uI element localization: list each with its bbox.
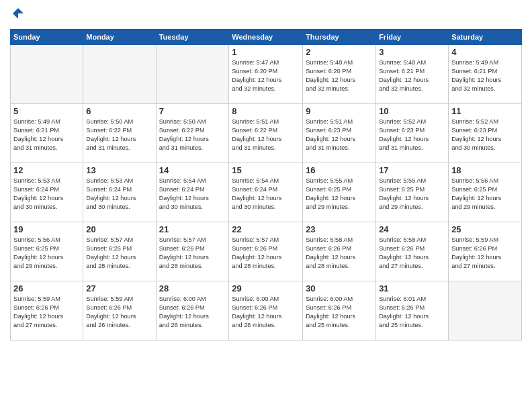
weekday-header-row: SundayMondayTuesdayWednesdayThursdayFrid… — [11, 30, 522, 45]
day-info: Sunrise: 5:53 AM Sunset: 6:24 PM Dayligh… — [13, 177, 80, 212]
day-info: Sunrise: 5:57 AM Sunset: 6:26 PM Dayligh… — [232, 236, 300, 271]
day-cell: 1Sunrise: 5:47 AM Sunset: 6:20 PM Daylig… — [229, 45, 303, 104]
day-number: 1 — [232, 47, 300, 57]
day-number: 10 — [379, 106, 445, 116]
day-info: Sunrise: 5:50 AM Sunset: 6:22 PM Dayligh… — [159, 118, 226, 152]
week-row-1: 5Sunrise: 5:49 AM Sunset: 6:21 PM Daylig… — [11, 104, 522, 163]
day-info: Sunrise: 5:59 AM Sunset: 6:26 PM Dayligh… — [13, 295, 80, 330]
day-number: 19 — [13, 224, 80, 234]
day-cell: 25Sunrise: 5:59 AM Sunset: 6:26 PM Dayli… — [449, 222, 522, 281]
calendar-table: SundayMondayTuesdayWednesdayThursdayFrid… — [10, 29, 522, 340]
weekday-friday: Friday — [376, 30, 449, 45]
weekday-tuesday: Tuesday — [156, 30, 229, 45]
day-cell: 21Sunrise: 5:57 AM Sunset: 6:26 PM Dayli… — [156, 222, 229, 281]
day-cell: 6Sunrise: 5:50 AM Sunset: 6:22 PM Daylig… — [83, 104, 156, 163]
day-number: 22 — [232, 224, 300, 234]
day-number: 4 — [451, 47, 519, 57]
weekday-wednesday: Wednesday — [229, 30, 303, 45]
day-cell: 19Sunrise: 5:56 AM Sunset: 6:25 PM Dayli… — [11, 222, 83, 281]
day-info: Sunrise: 6:00 AM Sunset: 6:26 PM Dayligh… — [232, 295, 300, 330]
day-cell — [156, 45, 229, 104]
day-number: 9 — [306, 106, 373, 116]
day-number: 11 — [451, 106, 519, 116]
day-cell: 7Sunrise: 5:50 AM Sunset: 6:22 PM Daylig… — [156, 104, 229, 163]
day-cell: 8Sunrise: 5:51 AM Sunset: 6:22 PM Daylig… — [229, 104, 303, 163]
day-cell: 26Sunrise: 5:59 AM Sunset: 6:26 PM Dayli… — [11, 281, 83, 340]
day-cell: 9Sunrise: 5:51 AM Sunset: 6:23 PM Daylig… — [303, 104, 376, 163]
weekday-saturday: Saturday — [449, 30, 522, 45]
page-header — [10, 7, 522, 24]
calendar-page: SundayMondayTuesdayWednesdayThursdayFrid… — [0, 0, 532, 411]
day-info: Sunrise: 5:47 AM Sunset: 6:20 PM Dayligh… — [232, 58, 300, 93]
day-number: 15 — [232, 165, 300, 175]
day-cell: 23Sunrise: 5:58 AM Sunset: 6:26 PM Dayli… — [303, 222, 376, 281]
day-cell: 3Sunrise: 5:48 AM Sunset: 6:21 PM Daylig… — [376, 45, 449, 104]
day-info: Sunrise: 5:56 AM Sunset: 6:25 PM Dayligh… — [451, 177, 519, 212]
logo — [10, 7, 25, 24]
day-info: Sunrise: 5:48 AM Sunset: 6:21 PM Dayligh… — [379, 58, 445, 93]
svg-marker-0 — [13, 8, 24, 19]
day-cell: 13Sunrise: 5:53 AM Sunset: 6:24 PM Dayli… — [83, 163, 156, 222]
day-number: 24 — [379, 224, 445, 234]
day-number: 28 — [159, 283, 226, 293]
day-number: 20 — [86, 224, 152, 234]
day-number: 2 — [306, 47, 373, 57]
day-info: Sunrise: 6:00 AM Sunset: 6:26 PM Dayligh… — [159, 295, 226, 330]
day-cell: 17Sunrise: 5:55 AM Sunset: 6:25 PM Dayli… — [376, 163, 449, 222]
weekday-thursday: Thursday — [303, 30, 376, 45]
day-number: 8 — [232, 106, 300, 116]
day-number: 23 — [306, 224, 373, 234]
day-info: Sunrise: 5:59 AM Sunset: 6:26 PM Dayligh… — [451, 236, 519, 271]
day-info: Sunrise: 6:01 AM Sunset: 6:26 PM Dayligh… — [379, 295, 445, 330]
day-cell: 16Sunrise: 5:55 AM Sunset: 6:25 PM Dayli… — [303, 163, 376, 222]
day-info: Sunrise: 5:51 AM Sunset: 6:23 PM Dayligh… — [306, 118, 373, 152]
day-info: Sunrise: 5:56 AM Sunset: 6:25 PM Dayligh… — [13, 236, 80, 271]
day-cell: 2Sunrise: 5:48 AM Sunset: 6:20 PM Daylig… — [303, 45, 376, 104]
day-number: 17 — [379, 165, 445, 175]
day-info: Sunrise: 5:49 AM Sunset: 6:21 PM Dayligh… — [451, 58, 519, 93]
day-info: Sunrise: 6:00 AM Sunset: 6:26 PM Dayligh… — [306, 295, 373, 330]
logo-icon — [11, 7, 25, 20]
day-number: 31 — [379, 283, 445, 293]
logo-text — [10, 7, 25, 24]
day-cell: 5Sunrise: 5:49 AM Sunset: 6:21 PM Daylig… — [11, 104, 83, 163]
weekday-sunday: Sunday — [11, 30, 83, 45]
day-info: Sunrise: 5:54 AM Sunset: 6:24 PM Dayligh… — [159, 177, 226, 212]
day-number: 16 — [306, 165, 373, 175]
day-info: Sunrise: 5:53 AM Sunset: 6:24 PM Dayligh… — [86, 177, 152, 212]
week-row-3: 19Sunrise: 5:56 AM Sunset: 6:25 PM Dayli… — [11, 222, 522, 281]
day-info: Sunrise: 5:58 AM Sunset: 6:26 PM Dayligh… — [379, 236, 445, 271]
day-number: 5 — [13, 106, 80, 116]
day-number: 29 — [232, 283, 300, 293]
day-info: Sunrise: 5:54 AM Sunset: 6:24 PM Dayligh… — [232, 177, 300, 212]
day-info: Sunrise: 5:52 AM Sunset: 6:23 PM Dayligh… — [451, 118, 519, 152]
day-cell: 12Sunrise: 5:53 AM Sunset: 6:24 PM Dayli… — [11, 163, 83, 222]
day-info: Sunrise: 5:50 AM Sunset: 6:22 PM Dayligh… — [86, 118, 152, 152]
week-row-2: 12Sunrise: 5:53 AM Sunset: 6:24 PM Dayli… — [11, 163, 522, 222]
day-cell: 29Sunrise: 6:00 AM Sunset: 6:26 PM Dayli… — [229, 281, 303, 340]
day-number: 25 — [451, 224, 519, 234]
day-cell: 11Sunrise: 5:52 AM Sunset: 6:23 PM Dayli… — [449, 104, 522, 163]
day-info: Sunrise: 5:58 AM Sunset: 6:26 PM Dayligh… — [306, 236, 373, 271]
day-cell: 27Sunrise: 5:59 AM Sunset: 6:26 PM Dayli… — [83, 281, 156, 340]
day-cell: 18Sunrise: 5:56 AM Sunset: 6:25 PM Dayli… — [449, 163, 522, 222]
day-number: 30 — [306, 283, 373, 293]
day-number: 26 — [13, 283, 80, 293]
day-cell: 15Sunrise: 5:54 AM Sunset: 6:24 PM Dayli… — [229, 163, 303, 222]
day-info: Sunrise: 5:49 AM Sunset: 6:21 PM Dayligh… — [13, 118, 80, 152]
day-info: Sunrise: 5:51 AM Sunset: 6:22 PM Dayligh… — [232, 118, 300, 152]
day-info: Sunrise: 5:55 AM Sunset: 6:25 PM Dayligh… — [306, 177, 373, 212]
weekday-monday: Monday — [83, 30, 156, 45]
day-number: 7 — [159, 106, 226, 116]
day-number: 21 — [159, 224, 226, 234]
day-number: 13 — [86, 165, 152, 175]
day-cell: 30Sunrise: 6:00 AM Sunset: 6:26 PM Dayli… — [303, 281, 376, 340]
day-number: 3 — [379, 47, 445, 57]
day-info: Sunrise: 5:59 AM Sunset: 6:26 PM Dayligh… — [86, 295, 152, 330]
day-cell: 14Sunrise: 5:54 AM Sunset: 6:24 PM Dayli… — [156, 163, 229, 222]
day-number: 18 — [451, 165, 519, 175]
week-row-4: 26Sunrise: 5:59 AM Sunset: 6:26 PM Dayli… — [11, 281, 522, 340]
day-info: Sunrise: 5:55 AM Sunset: 6:25 PM Dayligh… — [379, 177, 445, 212]
day-cell — [449, 281, 522, 340]
day-cell: 20Sunrise: 5:57 AM Sunset: 6:25 PM Dayli… — [83, 222, 156, 281]
